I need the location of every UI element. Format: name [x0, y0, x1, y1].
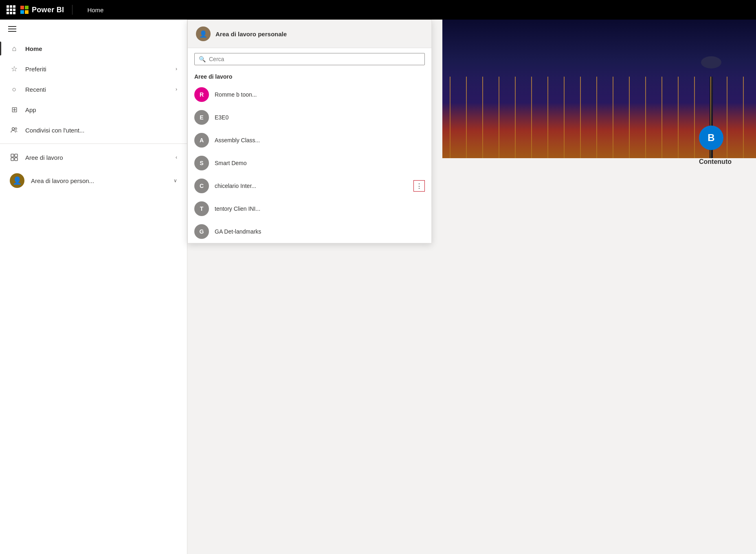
ms-red-square	[20, 6, 24, 9]
ms-logo-grid	[20, 6, 29, 14]
star-icon: ☆	[10, 64, 19, 73]
clock-icon: ○	[10, 85, 19, 94]
sidebar-item-home[interactable]: ⌂ Home	[0, 38, 187, 59]
dropdown-header: 👤 Area di lavoro personale	[188, 20, 431, 48]
section-title-workspaces: Aree di lavoro	[188, 70, 431, 83]
topbar: Power BI Home	[0, 0, 756, 20]
svg-point-1	[15, 128, 17, 129]
workspace-avatar-0: R	[194, 87, 209, 102]
workspace-name-1: E3E0	[215, 114, 425, 121]
workspace-avatar-4: C	[194, 179, 209, 193]
user-b-avatar: B	[699, 126, 723, 150]
workspace-item-4[interactable]: C chicelario Inter... ⋮ Impostazioni del…	[188, 174, 431, 197]
chevron-right-icon: ›	[176, 66, 177, 72]
sidebar-label-home: Home	[25, 45, 177, 52]
sidebar-item-condivisi[interactable]: Condivisi con l'utent...	[0, 120, 187, 140]
workspace-more-button[interactable]: ⋮	[413, 180, 425, 192]
workspace-item-1[interactable]: E E3E0	[188, 106, 431, 129]
workspace-name-0: Romme b toon...	[215, 91, 425, 98]
contenuto-label: Contenuto	[699, 158, 732, 166]
sidebar-label-aree: Aree di lavoro	[25, 154, 169, 161]
topbar-page-name: Home	[87, 7, 103, 13]
chevron-down-icon: ∨	[174, 178, 177, 183]
main-layout: ⌂ Home ☆ Preferiti › ○ Recenti › ⊞ App	[0, 20, 756, 554]
workspace-avatar-6: G	[194, 224, 209, 239]
layout-icon	[10, 153, 19, 162]
search-box[interactable]: 🔍	[194, 53, 425, 65]
user-avatar-icon: 👤	[10, 173, 24, 188]
workspace-name-5: tentory Clien INI...	[215, 205, 425, 212]
workspace-avatar-3: S	[194, 156, 209, 170]
dropdown-search-container: 🔍	[188, 48, 431, 70]
workspace-list: R Romme b toon... E E3E0 A Assembly Clas…	[188, 83, 431, 243]
workspace-avatar-1: E	[194, 110, 209, 125]
microsoft-logo: Power BI	[20, 6, 64, 14]
sidebar-toggle-button[interactable]	[0, 20, 187, 38]
sidebar-item-preferiti[interactable]: ☆ Preferiti ›	[0, 59, 187, 79]
workspace-avatar-2: A	[194, 133, 209, 148]
svg-rect-5	[15, 158, 18, 161]
home-icon: ⌂	[10, 44, 19, 53]
topbar-divider	[72, 5, 73, 15]
workspace-item-0[interactable]: R Romme b toon...	[188, 83, 431, 106]
sidebar-nav: ⌂ Home ☆ Preferiti › ○ Recenti › ⊞ App	[0, 38, 187, 554]
sidebar-label-app: App	[25, 106, 177, 113]
workspace-name-6: GA Det-landmarks	[215, 228, 425, 235]
content-section: B Contenuto	[699, 126, 732, 166]
ms-yellow-square	[25, 10, 29, 14]
sidebar-label-condivisi: Condivisi con l'utent...	[25, 127, 177, 134]
search-input[interactable]	[209, 56, 420, 62]
workspace-item-5[interactable]: T tentory Clien INI...	[188, 197, 431, 220]
sidebar-label-area-personale: Area di lavoro person...	[31, 177, 167, 184]
sidebar-item-app[interactable]: ⊞ App	[0, 99, 187, 120]
sidebar-label-recenti: Recenti	[25, 86, 169, 93]
ms-green-square	[25, 6, 29, 9]
svg-rect-3	[15, 154, 18, 157]
app-name: Power BI	[32, 6, 64, 14]
dropdown-header-title: Area di lavoro personale	[215, 31, 287, 38]
sidebar: ⌂ Home ☆ Preferiti › ○ Recenti › ⊞ App	[0, 20, 187, 554]
svg-point-0	[12, 128, 15, 130]
svg-rect-4	[11, 158, 14, 161]
sidebar-divider	[0, 143, 187, 144]
workspace-name-3: Smart Demo	[215, 160, 425, 166]
ms-blue-square	[20, 10, 24, 14]
workspace-dropdown: 👤 Area di lavoro personale 🔍 Aree di lav…	[187, 20, 432, 243]
chevron-left-icon: ‹	[176, 155, 177, 160]
people-icon	[10, 126, 19, 135]
svg-rect-2	[11, 154, 14, 157]
workspace-item-2[interactable]: A Assembly Class...	[188, 129, 431, 152]
hamburger-icon	[8, 26, 16, 32]
waffle-button[interactable]	[7, 5, 15, 14]
workspace-item-6[interactable]: G GA Det-landmarks	[188, 220, 431, 243]
sidebar-item-recenti[interactable]: ○ Recenti ›	[0, 79, 187, 99]
grid-icon: ⊞	[10, 105, 19, 114]
workspace-name-2: Assembly Class...	[215, 137, 425, 143]
sidebar-label-preferiti: Preferiti	[25, 66, 169, 73]
workspace-avatar-5: T	[194, 201, 209, 216]
sidebar-item-aree-di-lavoro[interactable]: Aree di lavoro ‹	[0, 147, 187, 168]
chevron-right-icon-recenti: ›	[176, 86, 177, 92]
workspace-name-4: chicelario Inter...	[215, 183, 408, 189]
search-icon: 🔍	[199, 56, 206, 62]
workspace-item-3[interactable]: S Smart Demo	[188, 152, 431, 174]
sidebar-item-area-personale[interactable]: 👤 Area di lavoro person... ∨	[0, 168, 187, 194]
user-avatar-dropdown: 👤	[196, 26, 211, 41]
